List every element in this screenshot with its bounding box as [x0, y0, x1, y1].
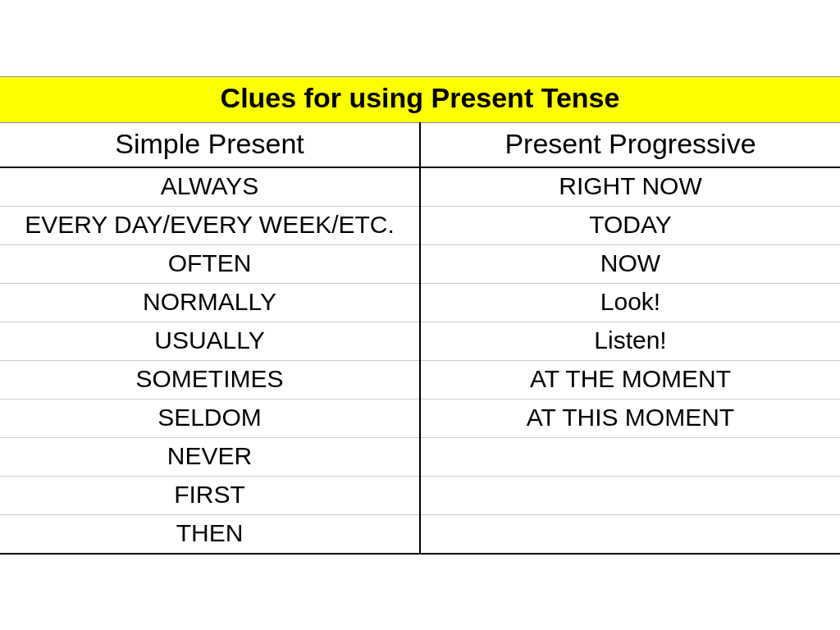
cell-left: first [0, 476, 420, 514]
cell-left: usually [0, 322, 420, 360]
cell-right: now [420, 244, 840, 283]
cell-right [420, 514, 840, 554]
table-row: seldomat this moment [0, 399, 840, 437]
cell-right: Listen! [420, 322, 840, 360]
cell-right [420, 437, 840, 476]
cell-left: every day/every week/etc. [0, 206, 420, 244]
col-header-right: Present Progressive [420, 122, 840, 167]
table-title: Clues for using Present Tense [0, 76, 840, 122]
table-row: every day/every week/etc.today [0, 206, 840, 244]
table-row: usuallyListen! [0, 322, 840, 360]
cell-left: sometimes [0, 360, 420, 399]
table-row: sometimesat the moment [0, 360, 840, 399]
cell-right [420, 476, 840, 514]
cell-right: right now [420, 167, 840, 207]
table-row: never [0, 437, 840, 476]
table-row: alwaysright now [0, 167, 840, 207]
title-row: Clues for using Present Tense [0, 76, 840, 122]
cell-left: then [0, 514, 420, 554]
cell-right: today [420, 206, 840, 244]
cell-right: Look! [420, 283, 840, 322]
cell-right: at the moment [420, 360, 840, 399]
table-row: normallyLook! [0, 283, 840, 322]
table-row: first [0, 476, 840, 514]
col-header-left: Simple Present [0, 122, 420, 167]
cell-left: never [0, 437, 420, 476]
clues-table: Clues for using Present Tense Simple Pre… [0, 76, 840, 555]
cell-left: often [0, 244, 420, 283]
cell-left: seldom [0, 399, 420, 437]
table-row: then [0, 514, 840, 554]
cell-right: at this moment [420, 399, 840, 437]
cell-left: normally [0, 283, 420, 322]
cell-left: always [0, 167, 420, 207]
header-row: Simple Present Present Progressive [0, 122, 840, 167]
table-row: oftennow [0, 244, 840, 283]
